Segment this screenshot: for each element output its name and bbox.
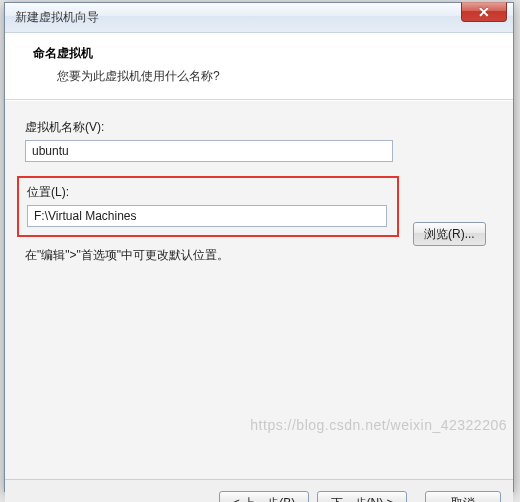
vm-name-input[interactable] xyxy=(25,140,393,162)
next-button[interactable]: 下一步(N) > xyxy=(317,491,407,502)
location-row: 位置(L): 浏览(R)... xyxy=(25,176,499,247)
wizard-window: 新建虚拟机向导 ✕ 命名虚拟机 您要为此虚拟机使用什么名称? 虚拟机名称(V):… xyxy=(4,2,514,492)
location-label: 位置(L): xyxy=(27,184,389,201)
back-button[interactable]: < 上一步(B) xyxy=(219,491,309,502)
cancel-button[interactable]: 取消 xyxy=(425,491,501,502)
titlebar: 新建虚拟机向导 ✕ xyxy=(5,3,513,33)
page-subtitle: 您要为此虚拟机使用什么名称? xyxy=(33,68,499,85)
close-icon: ✕ xyxy=(478,4,490,20)
header-panel: 命名虚拟机 您要为此虚拟机使用什么名称? xyxy=(5,33,513,100)
body-area: 虚拟机名称(V): 位置(L): 浏览(R)... 在"编辑">"首选项"中可更… xyxy=(5,100,513,480)
location-highlight-box: 位置(L): xyxy=(17,176,399,237)
page-title: 命名虚拟机 xyxy=(33,45,499,62)
vm-name-block: 虚拟机名称(V): xyxy=(25,119,499,162)
browse-button[interactable]: 浏览(R)... xyxy=(413,222,486,246)
wizard-footer: < 上一步(B) 下一步(N) > 取消 xyxy=(5,480,513,502)
vm-name-label: 虚拟机名称(V): xyxy=(25,119,499,136)
close-button[interactable]: ✕ xyxy=(461,2,507,22)
window-title: 新建虚拟机向导 xyxy=(15,9,507,26)
hint-text: 在"编辑">"首选项"中可更改默认位置。 xyxy=(25,247,499,264)
location-input[interactable] xyxy=(27,205,387,227)
